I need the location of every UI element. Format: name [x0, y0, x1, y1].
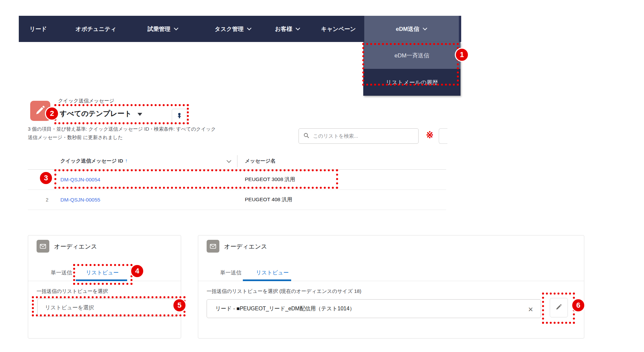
- record-id-link[interactable]: DM-QSJN-00054: [60, 170, 100, 189]
- audience-card-right: オーディエンス 単一送信 リストビュー 一括送信のリストビューを選択 (現在のオ…: [198, 235, 584, 339]
- quick-text-object-icon: [30, 101, 50, 121]
- record-id-link[interactable]: DM-QSJN-00055: [60, 190, 100, 210]
- column-header-message-name[interactable]: メッセージ名: [245, 153, 275, 169]
- nav-item-campaigns[interactable]: キャンペーン: [321, 16, 356, 42]
- audience-card-left: オーディエンス 単一送信 リストビュー 一括送信のリストビューを選択 リストビュ…: [28, 235, 181, 339]
- tab-list-view[interactable]: リストビュー: [86, 265, 119, 281]
- pin-list-view-button[interactable]: [172, 109, 187, 124]
- note-asterisk-mark: ※: [426, 130, 434, 140]
- nav-item-edm-send-active[interactable]: eDM送信: [364, 16, 461, 42]
- caret-down-icon: [138, 113, 142, 116]
- edit-listview-button[interactable]: [550, 298, 568, 317]
- list-view-selector[interactable]: すべてのテンプレート: [60, 109, 142, 118]
- nav-item-test-drive[interactable]: 試乗管理: [148, 16, 178, 42]
- table-row[interactable]: DM-QSJN-00054 PEUGEOT 3008 汎用: [28, 170, 446, 190]
- table-header-row: クイック送信メッセージ ID ↑ メッセージ名: [28, 153, 446, 170]
- search-input[interactable]: このリストを検索...: [299, 128, 419, 144]
- message-name-cell: PEUGEOT 3008 汎用: [245, 170, 295, 189]
- table-row[interactable]: 2 DM-QSJN-00055 PEUGEOT 408 汎用: [28, 190, 446, 210]
- nav-item-customers[interactable]: お客様: [275, 16, 300, 42]
- listview-select[interactable]: リストビューを選択: [37, 299, 178, 317]
- cropped-toolbar-button-fragment: [439, 128, 447, 144]
- chevron-down-icon: [174, 28, 178, 31]
- sort-asc-icon: ↑: [125, 158, 128, 163]
- nav-item-leads[interactable]: リード: [30, 16, 47, 42]
- menu-item-list-email-history[interactable]: リストメールの履歴: [363, 69, 461, 96]
- tab-list-view[interactable]: リストビュー: [256, 265, 289, 281]
- clear-selection-icon[interactable]: ✕: [527, 304, 535, 315]
- list-view-summary: 3 個の項目・並び替え基準: クイック送信メッセージ ID・検索条件: すべての…: [28, 125, 216, 142]
- chevron-down-icon: [423, 28, 427, 31]
- audience-email-icon: [207, 240, 219, 253]
- pencil-icon: [35, 105, 46, 117]
- active-tab-underline: [243, 279, 291, 281]
- chevron-down-icon: [296, 28, 300, 31]
- edm-send-dropdown-menu: eDM一斉送信 リストメールの履歴: [363, 42, 461, 96]
- nav-item-opportunities[interactable]: オポチュニティ: [75, 16, 116, 42]
- card-title: オーディエンス: [224, 243, 267, 251]
- message-name-cell: PEUGEOT 408 汎用: [245, 190, 292, 210]
- nav-item-tasks[interactable]: タスク管理: [215, 16, 252, 42]
- pencil-icon: [555, 304, 562, 312]
- tab-bar: 単一送信 リストビュー: [28, 265, 181, 281]
- tab-bar: 単一送信 リストビュー: [198, 265, 584, 281]
- search-placeholder: このリストを検索...: [313, 133, 358, 139]
- column-header-quick-message-id[interactable]: クイック送信メッセージ ID ↑: [60, 153, 127, 169]
- column-menu-chevron-icon[interactable]: [226, 159, 231, 165]
- list-view-name[interactable]: すべてのテンプレート: [60, 109, 131, 118]
- column-divider: [237, 155, 237, 167]
- top-navigation-bar: リード オポチュニティ 試乗管理 タスク管理 お客様 キャンペーン eDM送信: [19, 16, 461, 42]
- entity-label: クイック送信メッセージ: [58, 98, 114, 104]
- tab-single-send[interactable]: 単一送信: [220, 265, 241, 281]
- menu-item-edm-bulk-send[interactable]: eDM一斉送信: [363, 42, 461, 69]
- active-tab-underline: [76, 279, 127, 281]
- chevron-down-icon: [247, 28, 252, 31]
- listview-select-label: 一括送信のリストビューを選択 (現在のオーディエンスのサイズ 18): [207, 288, 361, 295]
- selected-listview-field[interactable]: リード - ■PEUGEOT_リード_eDM配信用（テスト1014） ✕: [207, 299, 541, 318]
- search-icon: [304, 133, 309, 140]
- card-title: オーディエンス: [54, 243, 97, 251]
- listview-select-label: 一括送信のリストビューを選択: [37, 288, 108, 295]
- tab-single-send[interactable]: 単一送信: [51, 265, 72, 281]
- audience-email-icon: [37, 240, 49, 253]
- pushpin-icon: [176, 113, 182, 120]
